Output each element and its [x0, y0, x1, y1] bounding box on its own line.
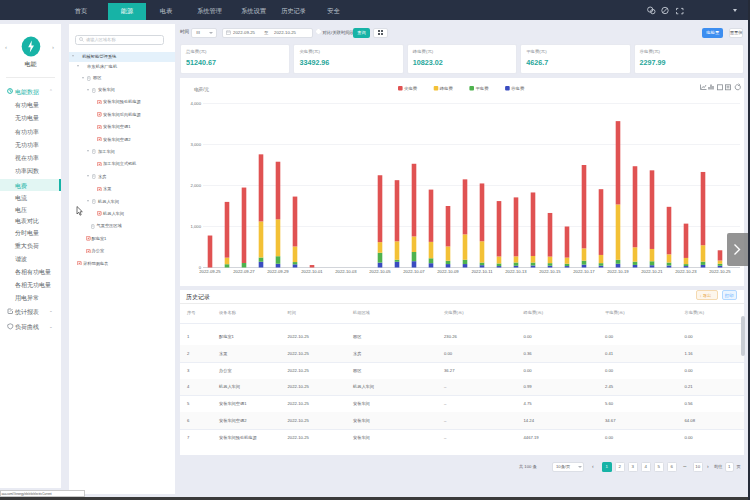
svg-text:2022-10-25: 2022-10-25	[709, 269, 731, 274]
svg-text:2022-10-01: 2022-10-01	[301, 269, 323, 274]
svg-text:2022-10-09: 2022-10-09	[437, 269, 459, 274]
svg-text:2022-10-17: 2022-10-17	[573, 269, 595, 274]
svg-text:2022-10-23: 2022-10-23	[675, 269, 697, 274]
svg-text:2022-10-03: 2022-10-03	[335, 269, 357, 274]
svg-text:2022-10-11: 2022-10-11	[471, 269, 493, 274]
svg-text:2022-09-25: 2022-09-25	[199, 269, 221, 274]
svg-text:4,000: 4,000	[191, 101, 202, 106]
svg-text:2022-10-13: 2022-10-13	[505, 269, 527, 274]
svg-text:2022-10-19: 2022-10-19	[607, 269, 629, 274]
svg-text:2,000: 2,000	[191, 183, 202, 188]
svg-text:2022-09-29: 2022-09-29	[267, 269, 289, 274]
svg-text:平电费: 平电费	[475, 86, 489, 91]
svg-text:尖电费: 尖电费	[404, 86, 418, 91]
svg-text:峰电费: 峰电费	[440, 86, 454, 91]
svg-text:3,000: 3,000	[191, 142, 202, 147]
svg-text:2022-10-07: 2022-10-07	[403, 269, 425, 274]
svg-text:电费/元: 电费/元	[194, 86, 209, 92]
svg-text:2022-10-05: 2022-10-05	[369, 269, 391, 274]
svg-text:谷电费: 谷电费	[511, 86, 525, 91]
svg-text:2022-10-21: 2022-10-21	[641, 269, 663, 274]
svg-text:1,000: 1,000	[191, 224, 202, 229]
svg-text:2022-09-27: 2022-09-27	[233, 269, 255, 274]
svg-text:2022-10-15: 2022-10-15	[539, 269, 561, 274]
